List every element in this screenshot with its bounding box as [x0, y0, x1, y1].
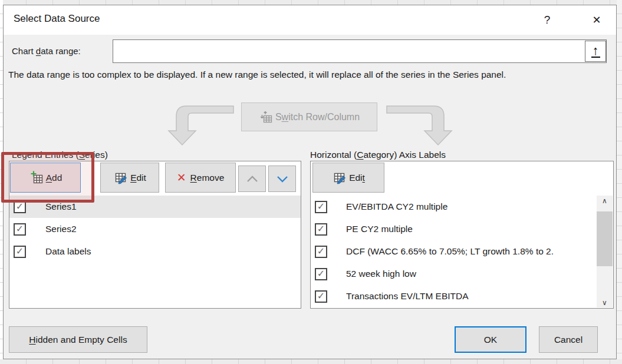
axis-labels-list: ✓ EV/EBITDA CY2 multiple ✓ PE CY2 multip…	[311, 196, 613, 308]
axis-labels-panel: Edit ✓ EV/EBITDA CY2 multiple ✓ PE CY2 m…	[310, 161, 614, 309]
axis-edit-button[interactable]: Edit	[312, 163, 384, 193]
check-icon: ✓	[317, 292, 325, 301]
legend-entries-header: Legend Entries (Series)	[12, 150, 108, 160]
checkbox-checked[interactable]: ✓	[315, 201, 327, 213]
right-elbow-arrow	[386, 104, 456, 147]
hidden-and-empty-cells-button[interactable]: Hidden and Empty Cells	[9, 326, 147, 353]
left-elbow-arrow	[164, 104, 235, 147]
close-icon: ✕	[592, 14, 601, 27]
axis-label: DCF (WACC 6.65% to 7.05%; LT growth 1.8%…	[346, 246, 554, 257]
list-item[interactable]: ✓ Data labels	[9, 240, 301, 263]
chart-data-range-input[interactable]	[113, 39, 607, 63]
series-label: Series2	[45, 224, 77, 234]
chevron-up-icon	[245, 174, 259, 184]
add-button-label: Add	[46, 173, 62, 183]
list-item[interactable]: ✓ DCF (WACC 6.65% to 7.05%; LT growth 1.…	[311, 240, 613, 263]
scrollbar-down-arrow[interactable]: ∨	[597, 297, 613, 307]
checkbox-checked[interactable]: ✓	[14, 201, 26, 213]
add-button[interactable]: Add	[10, 163, 81, 193]
checkbox-checked[interactable]: ✓	[315, 268, 327, 280]
series-label: Series1	[45, 201, 77, 212]
cancel-button[interactable]: Cancel	[539, 326, 598, 353]
spreadsheet-edge-bottom	[0, 359, 622, 364]
close-button[interactable]: ✕	[587, 11, 607, 29]
complex-range-message: The data range is too complex to be disp…	[8, 68, 608, 81]
collapse-dialog-button[interactable]: ↑	[585, 41, 606, 62]
check-icon: ✓	[16, 247, 24, 256]
move-up-button[interactable]	[238, 166, 266, 192]
remove-button[interactable]: ✕ Remove	[165, 163, 236, 193]
list-item[interactable]: ✓ Series1	[9, 196, 301, 218]
axis-labels-header: Horizontal (Category) Axis Labels	[310, 150, 446, 160]
axis-label: 52 week high low	[346, 269, 416, 279]
check-icon: ✓	[317, 247, 325, 256]
switch-row-column-label: Switch Row/Column	[275, 112, 360, 123]
scrollbar-thumb[interactable]	[597, 211, 613, 266]
series-label: Data labels	[45, 246, 91, 257]
list-item[interactable]: ✓ EV/EBITDA CY2 multiple	[311, 196, 613, 218]
list-item[interactable]: ✓ PE CY2 multiple	[311, 218, 613, 240]
ok-label: OK	[484, 335, 497, 345]
select-data-source-dialog: Select Data Source ? ✕ Chart data range:…	[3, 5, 617, 359]
remove-button-label: Remove	[190, 173, 225, 183]
spreadsheet-edge-top	[0, 0, 622, 5]
check-icon: ✓	[16, 224, 24, 234]
legend-edit-button-label: Edit	[130, 173, 146, 183]
scrollbar-up-arrow[interactable]: ∧	[597, 196, 613, 206]
switch-row-column-button: Switch Row/Column	[241, 102, 377, 131]
legend-series-list: ✓ Series1 ✓ Series2 ✓ Data labels	[9, 196, 301, 308]
axis-edit-button-label: Edit	[349, 173, 365, 183]
chevron-down-icon	[275, 174, 289, 184]
cancel-label: Cancel	[554, 335, 582, 345]
help-icon: ?	[544, 14, 551, 27]
collapse-arrow-icon: ↑	[593, 45, 599, 56]
remove-x-icon: ✕	[177, 171, 186, 184]
scroll-down-icon: ∨	[602, 299, 607, 307]
edit-table-icon	[113, 170, 129, 186]
axis-label: Transactions EV/LTM EBITDA	[346, 291, 469, 302]
check-icon: ✓	[317, 224, 325, 234]
edit-table-icon	[332, 170, 347, 186]
checkbox-checked[interactable]: ✓	[315, 290, 327, 303]
checkbox-checked[interactable]: ✓	[315, 246, 327, 258]
legend-entries-panel: Add Edit ✕ Remove	[9, 161, 301, 309]
dialog-title: Select Data Source	[14, 13, 100, 25]
collapse-arrow-underline	[591, 57, 600, 58]
list-item[interactable]: ✓ Transactions EV/LTM EBITDA	[311, 285, 613, 307]
chart-data-range-label: Chart data range:	[12, 46, 81, 56]
check-icon: ✓	[317, 202, 325, 211]
legend-edit-button[interactable]: Edit	[100, 163, 159, 193]
ok-button[interactable]: OK	[455, 326, 526, 353]
axis-label: EV/EBITDA CY2 multiple	[346, 201, 447, 212]
add-table-icon	[29, 170, 44, 186]
axis-label: PE CY2 multiple	[346, 224, 413, 234]
dialog-titlebar: Select Data Source ? ✕	[4, 5, 616, 35]
check-icon: ✓	[317, 269, 325, 279]
checkbox-checked[interactable]: ✓	[14, 223, 26, 236]
axis-list-scrollbar[interactable]: ∧ ∨	[597, 196, 613, 307]
move-down-button[interactable]	[268, 166, 296, 192]
checkbox-checked[interactable]: ✓	[315, 223, 327, 236]
spreadsheet-edge-right	[617, 0, 622, 364]
help-button[interactable]: ?	[537, 11, 557, 29]
list-item[interactable]: ✓ Series2	[9, 218, 301, 240]
check-icon: ✓	[16, 202, 24, 211]
switch-row-column-icon	[259, 110, 274, 125]
scroll-up-icon: ∧	[602, 197, 607, 205]
list-item[interactable]: ✓ 52 week high low	[311, 263, 613, 285]
checkbox-checked[interactable]: ✓	[14, 246, 26, 258]
hidden-cells-label: Hidden and Empty Cells	[29, 335, 127, 345]
